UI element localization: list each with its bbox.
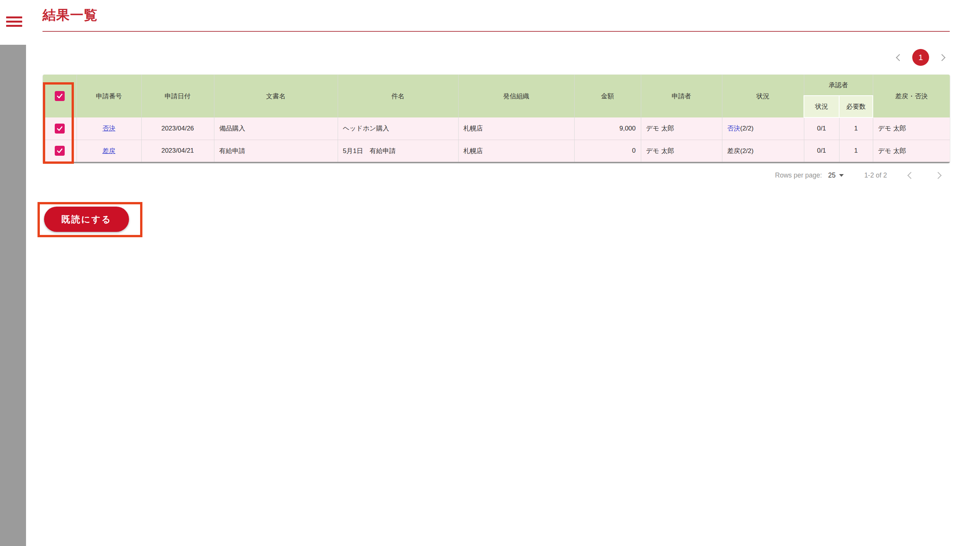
select-all-header-cell	[43, 75, 77, 117]
approver-required-cell: 1	[839, 117, 873, 140]
rows-per-page-select[interactable]: 25	[828, 171, 843, 179]
column-header-doc-name: 文書名	[214, 75, 338, 117]
return-reject-cell: デモ 太郎	[873, 140, 950, 162]
current-page-badge[interactable]: 1	[912, 49, 929, 66]
status-suffix: (2/2)	[740, 125, 754, 132]
prev-rows-icon[interactable]	[907, 172, 914, 179]
subject-cell: ヘッドホン購入	[338, 117, 458, 140]
title-divider	[42, 31, 950, 32]
approver-status-cell: 0/1	[804, 117, 839, 140]
pagination-range: 1-2 of 2	[864, 171, 887, 179]
caret-down-icon	[839, 174, 844, 177]
status-cell: 差戻(2/2)	[722, 140, 804, 162]
approver-status-cell: 0/1	[804, 140, 839, 162]
row-select-cell	[43, 117, 77, 140]
column-header-amount: 金額	[574, 75, 641, 117]
app-no-link[interactable]: 否決	[103, 125, 116, 132]
approver-required-cell: 1	[839, 140, 873, 162]
column-header-status: 状況	[722, 75, 804, 117]
select-all-checkbox[interactable]	[55, 91, 65, 101]
page-title: 結果一覧	[42, 6, 98, 24]
rows-per-page-label: Rows per page:	[775, 171, 822, 179]
date-cell: 2023/04/21	[141, 140, 214, 162]
mark-as-read-button[interactable]: 既読にする	[44, 207, 129, 232]
row-select-cell	[43, 140, 77, 162]
bottom-pagination: Rows per page: 25 1-2 of 2	[775, 168, 943, 182]
main-content: 結果一覧 1 申請番号 申請日付	[42, 0, 950, 546]
sidebar-background	[0, 45, 26, 546]
row-checkbox[interactable]	[55, 124, 65, 134]
column-header-org: 発信組織	[458, 75, 574, 117]
date-cell: 2023/04/26	[141, 117, 214, 140]
column-header-app-no: 申請番号	[77, 75, 141, 117]
rows-per-page-value: 25	[828, 171, 835, 179]
status-cell: 否決(2/2)	[722, 117, 804, 140]
return-reject-cell: デモ 太郎	[873, 117, 950, 140]
table-row: 否決 2023/04/26 備品購入 ヘッドホン購入 札幌店 9,000 デモ …	[43, 117, 950, 140]
column-header-approver-required: 必要数	[839, 96, 873, 117]
hamburger-menu-icon[interactable]	[6, 16, 22, 27]
sidebar	[0, 0, 26, 546]
column-header-return-reject: 差戻・否決	[873, 75, 950, 117]
status-suffix: 差戻(2/2)	[727, 147, 754, 155]
results-table-card: 申請番号 申請日付 文書名 件名 発信組織 金額 申請者 状況 承認者 差戻・否…	[43, 75, 950, 163]
column-header-approver-group: 承認者	[804, 75, 873, 96]
column-header-approver-status: 状況	[804, 96, 839, 117]
column-header-date: 申請日付	[141, 75, 214, 117]
doc-name-cell: 有給申請	[214, 140, 338, 162]
app-no-cell: 否決	[77, 117, 141, 140]
next-rows-icon[interactable]	[934, 172, 941, 179]
subject-cell: 5月1日 有給申請	[338, 140, 458, 162]
column-header-subject: 件名	[338, 75, 458, 117]
top-pagination: 1	[897, 49, 944, 66]
sidebar-top	[0, 0, 26, 45]
amount-cell: 0	[574, 140, 641, 162]
column-header-applicant: 申請者	[641, 75, 722, 117]
org-cell: 札幌店	[458, 117, 574, 140]
results-table: 申請番号 申請日付 文書名 件名 発信組織 金額 申請者 状況 承認者 差戻・否…	[43, 75, 950, 162]
app-no-cell: 差戻	[77, 140, 141, 162]
doc-name-cell: 備品購入	[214, 117, 338, 140]
status-link[interactable]: 否決	[727, 125, 740, 132]
org-cell: 札幌店	[458, 140, 574, 162]
prev-page-icon[interactable]	[896, 54, 903, 61]
table-row: 差戻 2023/04/21 有給申請 5月1日 有給申請 札幌店 0 デモ 太郎…	[43, 140, 950, 162]
amount-cell: 9,000	[574, 117, 641, 140]
row-checkbox[interactable]	[55, 146, 65, 156]
applicant-cell: デモ 太郎	[641, 117, 722, 140]
app-no-link[interactable]: 差戻	[103, 147, 116, 155]
applicant-cell: デモ 太郎	[641, 140, 722, 162]
next-page-icon[interactable]	[938, 54, 945, 61]
